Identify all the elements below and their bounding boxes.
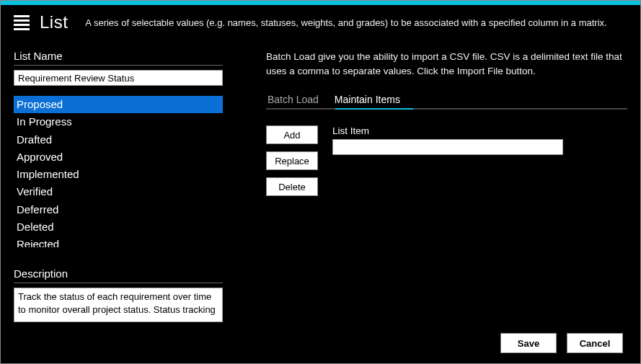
cancel-button[interactable]: Cancel	[567, 333, 623, 353]
list-item[interactable]: Drafted	[14, 131, 223, 148]
menu-icon[interactable]	[14, 15, 30, 30]
tabs-underline	[266, 108, 627, 110]
add-button[interactable]: Add	[266, 125, 318, 144]
active-tab-indicator	[335, 108, 413, 110]
right-panel: Batch Load give you the ability to impor…	[266, 50, 627, 325]
delete-button[interactable]: Delete	[266, 177, 318, 196]
list-item[interactable]: Verified	[14, 183, 223, 200]
page-subtitle: A series of selectable values (e.g. name…	[85, 17, 627, 28]
description-label: Description	[14, 267, 223, 280]
replace-button[interactable]: Replace	[266, 151, 318, 170]
list-name-input[interactable]	[14, 70, 223, 86]
tabs: Batch Load Maintain Items	[266, 91, 627, 110]
list-item[interactable]: Rejected	[14, 236, 223, 247]
item-buttons: Add Replace Delete	[266, 125, 318, 196]
list-item-input[interactable]	[332, 139, 563, 155]
info-text: Batch Load give you the ability to impor…	[266, 50, 627, 78]
divider	[14, 65, 223, 66]
list-name-label: List Name	[14, 50, 223, 62]
list-item[interactable]: Proposed	[14, 96, 223, 113]
page-title: List	[40, 12, 68, 32]
window: List A series of selectable values (e.g.…	[0, 0, 641, 364]
tab-batch-load[interactable]: Batch Load	[266, 91, 320, 110]
left-panel: List Name ProposedIn ProgressDraftedAppr…	[14, 50, 223, 325]
list-values[interactable]: ProposedIn ProgressDraftedApprovedImplem…	[14, 96, 223, 247]
maintain-panel: Add Replace Delete List Item	[266, 125, 627, 196]
footer-buttons: Save Cancel	[500, 333, 623, 353]
list-item[interactable]: Implemented	[14, 166, 223, 183]
description-input[interactable]	[14, 288, 223, 322]
save-button[interactable]: Save	[500, 333, 557, 353]
divider	[14, 283, 223, 283]
list-item[interactable]: Deleted	[14, 218, 223, 236]
header: List A series of selectable values (e.g.…	[1, 5, 640, 43]
list-item[interactable]: Approved	[14, 148, 223, 166]
list-item[interactable]: Deferred	[14, 201, 223, 218]
list-item[interactable]: In Progress	[14, 113, 223, 130]
list-item-label: List Item	[332, 125, 563, 136]
tab-maintain-items[interactable]: Maintain Items	[333, 91, 402, 110]
